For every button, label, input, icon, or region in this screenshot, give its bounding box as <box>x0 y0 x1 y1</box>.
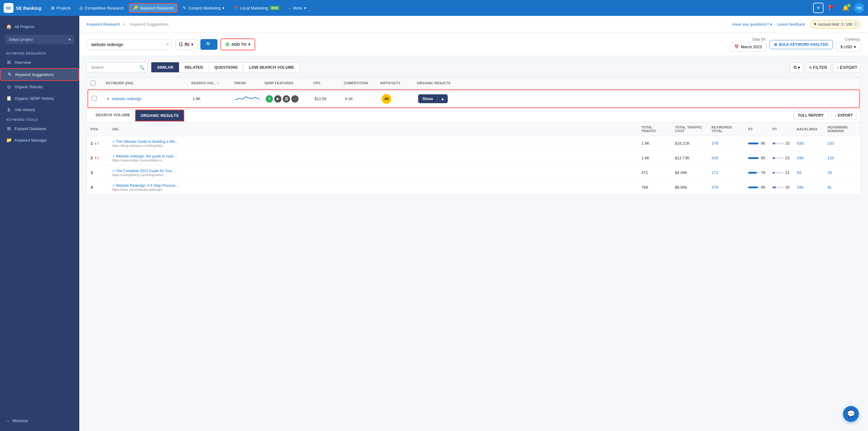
row-keyword-cell: ▾ website redesign <box>103 96 189 101</box>
subtabs-right: FULL REPORT ↑ EXPORT <box>794 109 857 122</box>
date-selector[interactable]: 📅 March 2023 <box>730 42 767 52</box>
filter-button[interactable]: ≡ FILTER <box>806 63 831 73</box>
sidebar-item-overview[interactable]: ⊞ Overview <box>0 56 79 68</box>
show-dropdown-button[interactable]: ▲ <box>437 94 448 103</box>
minimize-button[interactable]: ← Minimize <box>0 415 79 426</box>
nav-content-marketing[interactable]: ✎ Content Marketing ▾ <box>179 4 228 12</box>
sidebar-section-keyword-research: KEYWORD RESEARCH <box>0 49 79 56</box>
tab-questions[interactable]: QUESTIONS <box>209 62 244 73</box>
nav-competitive-research[interactable]: ◎ Competitive Research <box>75 4 127 12</box>
th-difficulty: DIFFICULTY <box>377 81 413 85</box>
referring-domains-link[interactable]: 20 <box>828 170 832 175</box>
subtab-search-volume[interactable]: SEARCH VOLUME <box>91 110 135 121</box>
url-link[interactable]: Website redesign: the guide to read ... <box>116 154 178 159</box>
expand-arrow-icon[interactable]: ▾ <box>107 97 109 101</box>
url-link[interactable]: The Ultimate Guide to Building a We... <box>116 140 178 144</box>
history-icon: 📋 <box>6 95 11 101</box>
nav-projects[interactable]: ⊞ Projects <box>47 4 74 12</box>
serp-dollar-icon[interactable]: $ <box>266 95 273 103</box>
sidebar-item-keyword-suggestions[interactable]: ✎ Keyword Suggestions <box>0 68 79 81</box>
notifications-button[interactable]: 🔔 ● <box>840 3 851 12</box>
flag-button[interactable]: 🚩 <box>826 3 837 12</box>
oth-traffic-cost: TOTAL TRAFFIC COST <box>671 125 708 133</box>
pt-cell: 23 <box>769 156 793 160</box>
th-serp-features: SERP FEATURES <box>261 81 310 85</box>
serp-video-icon[interactable]: ▶ <box>274 95 281 103</box>
keywords-link[interactable]: 378 <box>712 185 718 190</box>
breadcrumb-root[interactable]: Keyword Research <box>87 22 120 27</box>
serp-icons: $ ▶ 🖼 ··· <box>266 95 307 103</box>
referring-domains-link[interactable]: 81 <box>828 185 832 190</box>
th-search-vol[interactable]: SEARCH VOL. ▼ <box>188 81 230 85</box>
nav-more[interactable]: ··· More ▾ <box>284 4 310 12</box>
add-button[interactable]: + <box>813 3 824 13</box>
backlinks-link[interactable]: 630 <box>797 141 804 146</box>
tab-related[interactable]: RELATED <box>179 62 209 73</box>
tab-low-search-volume[interactable]: LOW SEARCH VOLUME <box>243 62 300 73</box>
row-competition-cell: 0.34 <box>341 96 378 101</box>
url-link[interactable]: Website Redesign: A 6 Step Process ... <box>116 183 180 188</box>
full-report-button[interactable]: FULL REPORT <box>794 111 828 120</box>
oth-backlinks: BACKLINKS <box>793 125 824 133</box>
external-link-icon: ↗ <box>112 140 115 143</box>
subtab-export-button[interactable]: ↑ EXPORT <box>831 111 857 120</box>
row-checkbox[interactable] <box>92 96 97 101</box>
pos-change: ▼1 <box>94 156 98 160</box>
backlinks-link[interactable]: 89 <box>797 170 801 175</box>
dt-cell: 96 <box>744 141 769 146</box>
add-to-button[interactable]: ⊞ ADD TO ▾ <box>220 38 255 50</box>
serp-image-icon[interactable]: 🖼 <box>283 95 290 103</box>
clear-input-button[interactable]: × <box>166 42 169 47</box>
chat-button[interactable]: 💬 <box>843 406 859 422</box>
backlinks-link[interactable]: 296 <box>797 156 804 160</box>
nav-local-marketing[interactable]: 📍 Local Marketing NEW <box>229 4 283 12</box>
export-button[interactable]: ↑ EXPORT <box>833 63 861 73</box>
brand-logo[interactable]: SE SE Ranking <box>4 3 41 13</box>
chevron-down-icon: ▾ <box>304 6 306 10</box>
referring-domains-link[interactable]: 233 <box>828 141 834 146</box>
referring-domains-link[interactable]: 120 <box>828 156 834 160</box>
search-engine-selector[interactable]: G 🇺🇸 ▾ <box>175 39 197 50</box>
serp-more-icon[interactable]: ··· <box>291 95 299 103</box>
keywords-link[interactable]: 172 <box>712 170 718 175</box>
th-checkbox <box>87 81 102 85</box>
warning-icon: ⚑ <box>813 22 817 27</box>
sidebar-item-all-projects[interactable]: 🏠 All Projects <box>0 21 79 32</box>
sidebar-project-selector[interactable]: Select project ▾ <box>5 35 74 44</box>
th-trend: TREND <box>230 81 261 85</box>
keyword-input[interactable] <box>87 39 172 50</box>
bulk-keyword-analysis-button[interactable]: ⊞ BULK KEYWORD ANALYSIS <box>770 40 833 49</box>
keyword-filter-input[interactable] <box>87 62 148 73</box>
pos-cell: 2 ▼1 <box>87 156 108 160</box>
keyword-link[interactable]: website redesign <box>112 96 142 101</box>
currency-selector[interactable]: $ USD ▾ <box>836 42 861 52</box>
show-button[interactable]: Show <box>418 94 437 103</box>
backlinks-link[interactable]: 346 <box>797 185 804 190</box>
have-questions-button[interactable]: Have any questions? ▾ <box>732 22 772 27</box>
select-all-checkbox[interactable] <box>91 81 95 85</box>
tab-similar[interactable]: SIMILAR <box>151 62 179 73</box>
folder-icon: 📁 <box>6 137 11 143</box>
referring-domains-cell: 120 <box>824 156 860 160</box>
content-area: 🔍 SIMILAR RELATED QUESTIONS LOW SEARCH V… <box>79 56 868 201</box>
nav-keyword-research[interactable]: 🔑 Keyword Research <box>129 3 178 13</box>
subtab-organic-results[interactable]: ORGANIC RESULTS <box>135 110 184 121</box>
local-icon: 📍 <box>233 5 238 10</box>
sidebar-item-ads-history[interactable]: $ Ads History <box>0 104 79 115</box>
leave-feedback-button[interactable]: Leave feedback <box>777 22 805 27</box>
keywords-link[interactable]: 378 <box>712 141 718 146</box>
user-avatar[interactable]: YK <box>854 3 864 13</box>
copy-button[interactable]: ⧉ ▾ <box>790 62 803 73</box>
search-button[interactable]: 🔍 <box>200 39 217 50</box>
sort-icon: ▼ <box>216 82 219 85</box>
analysis-icon: ⊞ <box>774 42 777 47</box>
traffic-cost-cell: $12.73K <box>671 156 708 160</box>
sidebar-item-organic-serp-history[interactable]: 📋 Organic SERP History <box>0 92 79 104</box>
sidebar-item-expand-database[interactable]: ⊞ Expand Database <box>0 123 79 134</box>
sidebar-item-keyword-manager[interactable]: 📁 Keyword Manager <box>0 134 79 146</box>
sidebar-item-organic-results[interactable]: ◎ Organic Results <box>0 81 79 92</box>
row-cpc-cell: $12.05 <box>311 96 341 101</box>
pt-cell: 30 <box>769 185 793 190</box>
url-link[interactable]: The Complete 2023 Guide for Your ... <box>116 169 177 173</box>
keywords-link[interactable]: 426 <box>712 156 718 160</box>
